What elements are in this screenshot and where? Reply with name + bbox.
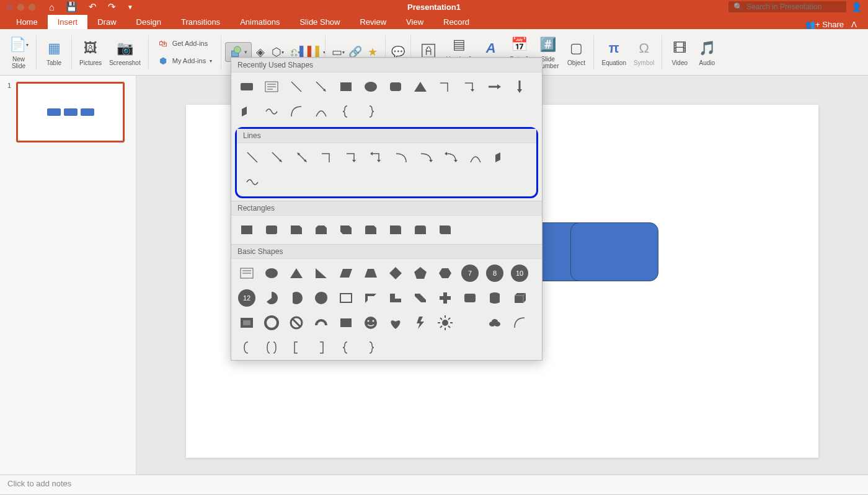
close-window-button[interactable] — [6, 4, 13, 11]
share-button[interactable]: 👥+ Share — [805, 20, 844, 29]
line-elbow-arrow[interactable] — [341, 147, 362, 168]
basic-bracket-pair[interactable] — [261, 337, 282, 358]
basic-textbox[interactable] — [236, 263, 257, 284]
maximize-window-button[interactable] — [29, 4, 35, 11]
redo-icon[interactable]: ↷ — [108, 1, 116, 12]
video-button[interactable]: 🎞Video — [666, 38, 693, 66]
customize-qat-icon[interactable]: ▼ — [127, 4, 133, 11]
shape-oval[interactable] — [360, 76, 381, 97]
save-icon[interactable]: 💾 — [66, 1, 78, 12]
basic-bracket-sq-right[interactable] — [311, 337, 332, 358]
line-elbow-double[interactable] — [366, 147, 387, 168]
shape-left-brace[interactable] — [335, 101, 356, 122]
collapse-ribbon-icon[interactable]: ᐱ — [851, 20, 857, 29]
rect-round2-same[interactable] — [410, 219, 431, 240]
home-icon[interactable]: ⌂ — [49, 2, 55, 12]
basic-trapezoid[interactable] — [360, 263, 381, 284]
shape-rectangle[interactable] — [335, 76, 356, 97]
basic-dodecagon[interactable]: 12 — [236, 287, 257, 309]
basic-donut[interactable] — [261, 312, 282, 333]
tab-review[interactable]: Review — [350, 15, 396, 29]
basic-block-arc[interactable] — [311, 312, 332, 333]
table-button[interactable]: ▦ Table — [40, 38, 68, 66]
basic-bracket-left[interactable] — [236, 337, 257, 358]
basic-cloud[interactable] — [484, 312, 505, 333]
search-box[interactable]: 🔍 — [728, 1, 846, 12]
screenshot-button[interactable]: 📷 Screenshot — [105, 38, 144, 66]
basic-bracket-sq-left[interactable] — [286, 337, 307, 358]
tab-view[interactable]: View — [396, 15, 433, 29]
basic-brace-right[interactable] — [360, 337, 381, 358]
rect-snip1[interactable] — [286, 219, 307, 240]
my-addins-button[interactable]: ⬢My Add-ins▾ — [153, 54, 217, 68]
basic-teardrop[interactable] — [311, 287, 332, 309]
line-curve-tool[interactable] — [465, 147, 486, 168]
tab-slideshow[interactable]: Slide Show — [290, 15, 350, 29]
basic-heart[interactable] — [385, 312, 406, 333]
notes-pane[interactable]: Click to add notes — [0, 475, 868, 494]
search-input[interactable] — [746, 2, 841, 11]
line-scribble[interactable] — [242, 172, 263, 193]
shape-elbow-connector[interactable] — [435, 76, 456, 97]
rect-snip-round[interactable] — [360, 219, 381, 240]
shape-rounded-rectangle[interactable] — [385, 76, 406, 97]
basic-parallelogram[interactable] — [335, 263, 356, 284]
line-straight[interactable] — [242, 147, 263, 168]
basic-oval[interactable] — [261, 263, 282, 284]
basic-moon[interactable] — [459, 312, 480, 333]
basic-arc2[interactable] — [509, 312, 530, 333]
shape-down-arrow[interactable] — [509, 76, 530, 97]
rect-rounded[interactable] — [261, 219, 282, 240]
shape-elbow-arrow[interactable] — [459, 76, 480, 97]
tab-design[interactable]: Design — [126, 15, 171, 29]
symbol-button[interactable]: ΩSymbol — [630, 38, 658, 66]
basic-chord[interactable] — [286, 287, 307, 309]
pictures-button[interactable]: 🖼 Pictures — [76, 38, 105, 66]
shape-line-arrow[interactable] — [311, 76, 332, 97]
shape-textbox[interactable] — [261, 76, 282, 97]
tab-record[interactable]: Record — [433, 15, 479, 29]
basic-sun[interactable] — [435, 312, 456, 333]
rect-plain[interactable] — [236, 219, 257, 240]
basic-cube[interactable] — [509, 287, 530, 309]
basic-lshape[interactable] — [385, 287, 406, 309]
tab-transitions[interactable]: Transitions — [171, 15, 230, 29]
line-curved-double[interactable] — [440, 147, 461, 168]
get-addins-button[interactable]: 🛍Get Add-ins — [153, 37, 217, 50]
basic-octagon[interactable]: 8 — [484, 263, 505, 284]
basic-folded-corner[interactable] — [335, 312, 356, 333]
object-button[interactable]: ▢Object — [562, 38, 590, 66]
basic-can[interactable] — [484, 287, 505, 309]
shape-scribble[interactable] — [261, 101, 282, 122]
shape-arc[interactable] — [286, 101, 307, 122]
shape-line[interactable] — [286, 76, 307, 97]
basic-smiley[interactable] — [360, 312, 381, 333]
minimize-window-button[interactable] — [17, 4, 24, 11]
undo-icon[interactable]: ↶ — [89, 1, 97, 12]
line-freeform-fill[interactable] — [490, 147, 511, 168]
user-account-icon[interactable]: 👤 — [851, 2, 862, 12]
shape-curve[interactable] — [311, 101, 332, 122]
rounded-rectangle-shape-2[interactable] — [570, 222, 658, 281]
basic-diamond[interactable] — [385, 263, 406, 284]
basic-brace-left[interactable] — [335, 337, 356, 358]
basic-half-frame[interactable] — [360, 287, 381, 309]
basic-heptagon[interactable]: 7 — [459, 263, 480, 284]
audio-button[interactable]: 🎵Audio — [693, 38, 720, 66]
line-arrow[interactable] — [267, 147, 288, 168]
basic-noSymbol[interactable] — [286, 312, 307, 333]
basic-bevel[interactable] — [236, 312, 257, 333]
line-curved[interactable] — [391, 147, 412, 168]
line-double-arrow[interactable] — [291, 147, 312, 168]
new-slide-button[interactable]: 📄▾ New Slide — [5, 35, 32, 69]
basic-right-triangle[interactable] — [311, 263, 332, 284]
tab-animations[interactable]: Animations — [230, 15, 290, 29]
shape-rounded-rect[interactable] — [236, 76, 257, 97]
tab-draw[interactable]: Draw — [87, 15, 126, 29]
basic-pie[interactable] — [261, 287, 282, 309]
rect-snip2-diag[interactable] — [335, 219, 356, 240]
slide-thumbnail-1[interactable] — [16, 82, 125, 142]
basic-hexagon[interactable] — [435, 263, 456, 284]
basic-lightning[interactable] — [410, 312, 431, 333]
basic-decagon[interactable]: 10 — [509, 263, 530, 284]
